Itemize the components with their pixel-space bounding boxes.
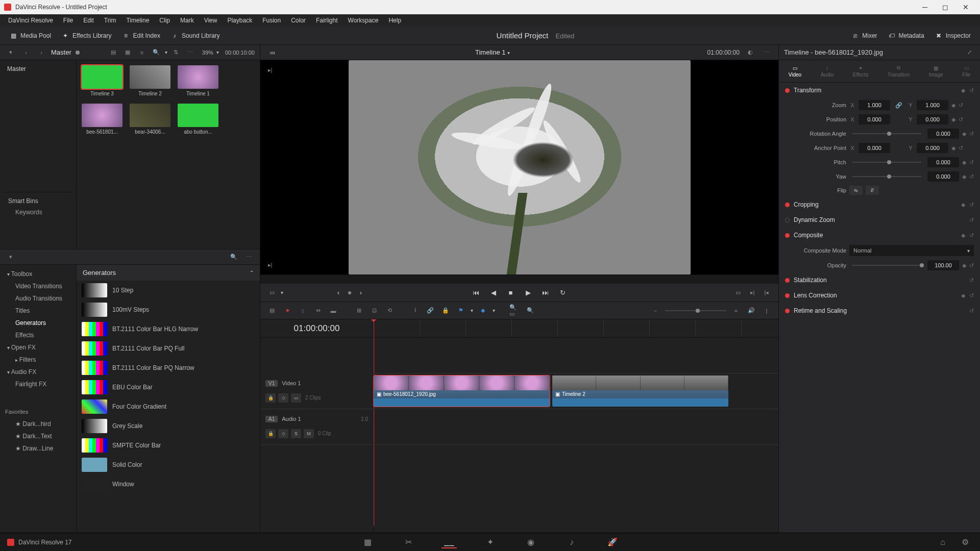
mark-out-icon[interactable]: ▸| <box>264 259 276 270</box>
dynamic-zoom-header[interactable]: Dynamic Zoom↺ <box>779 212 980 228</box>
menu-help[interactable]: Help <box>384 15 405 26</box>
timeline-clip[interactable]: ▣Timeline 2 <box>552 375 728 407</box>
fx-tree-filters[interactable]: ▸ Filters <box>0 354 76 366</box>
mark-in-icon[interactable]: ▸| <box>264 64 276 76</box>
track-lock-icon[interactable]: 🔒 <box>265 393 276 403</box>
timeline-view-options-icon[interactable]: ▤ <box>266 305 278 316</box>
fx-tree-fairlightfx[interactable]: Fairlight FX <box>0 378 76 390</box>
favorite-item[interactable]: ★ Draw...Line <box>0 442 76 455</box>
inspector-tab-image[interactable]: ▦Image <box>925 63 947 80</box>
zoom-to-fit-icon[interactable]: 🔍 <box>525 305 536 316</box>
audio-auto-select-icon[interactable]: ◇ <box>278 429 288 438</box>
marker-icon[interactable]: ◆ <box>477 305 488 316</box>
anchor-x-input[interactable]: 0.000 <box>859 143 890 153</box>
pitch-input[interactable]: 0.000 <box>927 157 959 167</box>
reset-icon[interactable]: ↺ <box>969 131 974 137</box>
opacity-input[interactable]: 100.00 <box>927 260 959 270</box>
pos-x-input[interactable]: 0.000 <box>859 114 890 124</box>
media-item[interactable]: Timeline 3 <box>82 65 122 96</box>
reset-icon[interactable]: ↺ <box>969 159 974 166</box>
zoom-in-icon[interactable]: + <box>730 305 742 316</box>
smartbins-header[interactable]: Smart Bins <box>8 195 68 207</box>
nav-back-icon[interactable]: ‹ <box>20 47 32 58</box>
fx-item[interactable]: 100mV Steps <box>77 300 260 319</box>
menu-fairlight[interactable]: Fairlight <box>312 15 342 26</box>
fx-tree-video-transitions[interactable]: Video Transitions <box>0 280 76 292</box>
blade-edit-icon[interactable]: ⌇ <box>409 305 421 316</box>
transform-toggle[interactable] <box>785 88 790 93</box>
timeline-content[interactable]: ▣bee-5618012_1920.jpg ▣Timeline 2 <box>374 338 778 533</box>
sound-library-toggle[interactable]: ♪ Sound Library <box>165 29 225 42</box>
keyframe-icon[interactable]: ◆ <box>962 173 966 180</box>
rotation-slider[interactable] <box>852 133 921 134</box>
overlay-mode-icon[interactable]: ▭ <box>266 287 278 298</box>
page-media[interactable]: ▦ <box>360 536 375 548</box>
window-maximize-button[interactable]: ◻ <box>935 0 955 14</box>
fx-item[interactable]: BT.2111 Color Bar PQ Narrow <box>77 358 260 378</box>
menu-edit[interactable]: Edit <box>79 15 98 26</box>
pool-menu-icon[interactable]: ⋯ <box>185 47 196 58</box>
viewer-menu-icon[interactable]: ⋯ <box>761 47 772 58</box>
dynamic-zoom-toggle[interactable] <box>785 218 790 222</box>
viewer-timeline-name[interactable]: Timeline 1 <box>475 48 505 56</box>
keyframe-icon[interactable]: ◆ <box>951 145 955 152</box>
keyframe-icon[interactable]: ◆ <box>951 102 955 109</box>
composite-header[interactable]: Composite◆↺ <box>779 228 980 243</box>
menu-clip[interactable]: Clip <box>155 15 174 26</box>
match-frame-icon[interactable]: ▭ <box>732 287 744 298</box>
media-item[interactable]: bee-561801... <box>82 104 122 135</box>
reset-icon[interactable]: ↺ <box>959 102 963 109</box>
inspector-tab-effects[interactable]: ✦Effects <box>849 63 872 80</box>
replace-clip-icon[interactable]: ⟲ <box>384 305 395 316</box>
media-item[interactable]: Timeline 1 <box>178 65 218 96</box>
fx-tree-audio-transitions[interactable]: Audio Transitions <box>0 292 76 305</box>
retime-toggle[interactable] <box>785 309 790 313</box>
inspector-tab-video[interactable]: ▭Video <box>785 63 805 80</box>
bin-name[interactable]: Master <box>51 48 71 56</box>
next-edit-icon[interactable]: › <box>354 286 368 299</box>
cropping-header[interactable]: Cropping◆↺ <box>779 197 980 212</box>
zoom-slider[interactable] <box>665 310 726 311</box>
overlay-dropdown-icon[interactable]: ▾ <box>281 290 283 295</box>
audio-track-badge[interactable]: A1 <box>265 416 278 422</box>
project-settings-button[interactable]: ⚙ <box>958 536 973 548</box>
edit-index-toggle[interactable]: ≡ Edit Index <box>117 29 165 42</box>
composite-mode-select[interactable]: Normal▾ <box>849 245 974 256</box>
fx-item[interactable]: EBU Color Bar <box>77 378 260 397</box>
menu-color[interactable]: Color <box>287 15 310 26</box>
insert-clip-icon[interactable]: ⊞ <box>353 305 364 316</box>
menu-file[interactable]: File <box>59 15 77 26</box>
page-deliver[interactable]: 🚀 <box>605 536 620 548</box>
fx-tree-effects[interactable]: Effects <box>0 329 76 341</box>
track-disable-icon[interactable]: ▭ <box>291 393 301 403</box>
page-fairlight[interactable]: ♪ <box>564 536 579 548</box>
inspector-tab-audio[interactable]: ♪Audio <box>817 63 838 80</box>
fx-menu-icon[interactable]: ⋯ <box>243 252 255 263</box>
metadata-toggle[interactable]: 🏷 Metadata <box>883 29 929 42</box>
favorite-item[interactable]: ★ Dark...Text <box>0 430 76 442</box>
inspector-tab-transition[interactable]: ⧉Transition <box>884 63 914 80</box>
reset-icon[interactable]: ↺ <box>969 87 974 94</box>
flip-v-button[interactable]: ⇵ <box>866 186 879 195</box>
bin-root[interactable]: Master <box>3 63 73 74</box>
menu-trim[interactable]: Trim <box>100 15 120 26</box>
flip-h-button[interactable]: ⇋ <box>849 186 863 195</box>
view-list-icon[interactable]: ≡ <box>136 47 148 58</box>
media-item[interactable]: bear-34006... <box>130 104 170 135</box>
video-track-header[interactable]: V1 Video 1 🔒 ◇ ▭ 2 Clips <box>260 373 373 409</box>
retime-header[interactable]: Retime and Scaling↺ <box>779 303 980 318</box>
reset-icon[interactable]: ↺ <box>969 277 974 284</box>
keyframe-icon[interactable]: ◆ <box>962 159 966 166</box>
smartbins-keywords[interactable]: Keywords <box>8 207 68 218</box>
page-color[interactable]: ◉ <box>523 536 538 548</box>
media-pool-toggle[interactable]: ▦ Media Pool <box>4 29 56 42</box>
reset-icon[interactable]: ↺ <box>969 217 974 223</box>
transform-header[interactable]: Transform ◆ ↺ <box>779 83 980 98</box>
fx-item[interactable]: Grey Scale <box>77 416 260 436</box>
link-xy-icon[interactable]: 🔗 <box>893 102 904 109</box>
zoom-chevron-icon[interactable]: ▾ <box>216 49 219 55</box>
reset-icon[interactable]: ↺ <box>969 202 974 208</box>
mixer-toggle[interactable]: ⎚ Mixer <box>846 29 882 42</box>
menu-playback[interactable]: Playback <box>223 15 256 26</box>
keyframe-icon[interactable]: ◆ <box>951 116 955 123</box>
